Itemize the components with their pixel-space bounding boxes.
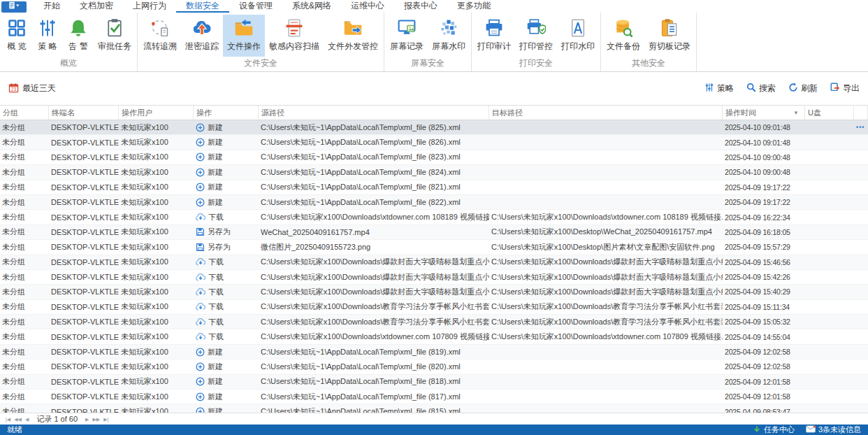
table-row-6[interactable]: 未分组DESKTOP-VLKTLE1未知玩家x100新建C:\Users\未知玩… [0, 195, 868, 210]
pixels-icon [439, 17, 458, 38]
column-header-time[interactable]: 操作时间▼ [723, 106, 805, 120]
operation-label: 下载 [208, 257, 224, 267]
prev-group-button[interactable]: ◀◀ [14, 413, 22, 425]
cell-user: 未知玩家x100 [119, 210, 194, 224]
next-group-button[interactable]: ▶▶ [92, 413, 100, 425]
ribbon-item-approval-tasks[interactable]: 审批任务 [94, 15, 136, 57]
menu-tab-doc-encrypt[interactable]: 文档加密 [70, 0, 123, 13]
cell-user: 未知玩家x100 [119, 270, 194, 284]
ribbon-item-screen-watermark[interactable]: 屏幕水印 [428, 15, 470, 57]
table-row-9[interactable]: 未分组DESKTOP-VLKTLE1未知玩家x100另存为微信图片_202504… [0, 240, 868, 255]
unread-messages-button[interactable]: 3条未读信息 [806, 425, 861, 435]
cell-usb [805, 345, 854, 359]
ribbon-item-file-operations[interactable]: 文件操作 [223, 15, 265, 57]
cell-target-path [489, 120, 723, 134]
table-row-13[interactable]: 未分组DESKTOP-VLKTLE1未知玩家x100下载C:\Users\未知玩… [0, 300, 868, 315]
ribbon-item-sensitive-content-scan[interactable]: 敏感内容扫描 [265, 15, 324, 57]
ribbon-item-screen-record[interactable]: 屏幕记录 [386, 15, 428, 57]
cell-user: 未知玩家x100 [119, 300, 194, 314]
column-header-user[interactable]: 操作用户 [119, 106, 194, 120]
table-row-10[interactable]: 未分组DESKTOP-VLKTLE1未知玩家x100下载C:\Users\未知玩… [0, 255, 868, 270]
app-menu-button[interactable] [1, 1, 27, 13]
cell-target-path: C:\Users\未知玩家x100\Desktop\图片素材\文章配图\安固软件… [489, 240, 723, 254]
table-row-17[interactable]: 未分组DESKTOP-VLKTLE1未知玩家x100新建C:\Users\未知玩… [0, 359, 868, 374]
ribbon-item-print-watermark[interactable]: 打印水印 [557, 15, 599, 57]
table-row-4[interactable]: 未分组DESKTOP-VLKTLE1未知玩家x100新建C:\Users\未知玩… [0, 165, 868, 180]
menu-tab-ops-center[interactable]: 运维中心 [341, 0, 394, 13]
table-row-11[interactable]: 未分组DESKTOP-VLKTLE1未知玩家x100下载C:\Users\未知玩… [0, 270, 868, 285]
ribbon-item-label: 流转追溯 [143, 41, 177, 52]
next-page-button[interactable]: ▶ [85, 413, 89, 425]
menu-tab-more-features[interactable]: 更多功能 [447, 0, 500, 13]
cell-group: 未分组 [0, 375, 49, 389]
menu-tab-data-security[interactable]: 数据安全 [176, 0, 229, 13]
table-row-1[interactable]: 未分组DESKTOP-VLKTLE1未知玩家x100新建C:\Users\未知玩… [0, 120, 868, 135]
column-header-extra[interactable] [854, 106, 868, 120]
cell-terminal: DESKTOP-VLKTLE1 [49, 329, 119, 343]
ribbon-item-alert[interactable]: 告 警 [63, 15, 94, 57]
last-page-button[interactable]: ▶| [103, 413, 108, 425]
ribbon-item-file-backup[interactable]: 文件备份 [602, 15, 644, 57]
cell-source-path: C:\Users\未知玩~1\AppData\Local\Temp\xml_fi… [259, 375, 489, 389]
menu-tab-device-manage[interactable]: 设备管理 [229, 0, 282, 13]
table-row-20[interactable]: 未分组DESKTOP-VLKTLE1未知玩家x100新建C:\Users\未知玩… [0, 404, 868, 413]
search-button[interactable]: 搜索 [746, 83, 776, 94]
column-header-group[interactable]: 分组 [0, 106, 49, 120]
export-icon [830, 83, 840, 94]
grid-icon [7, 17, 27, 38]
cell-terminal: DESKTOP-VLKTLE1 [49, 210, 119, 224]
ribbon-item-print-audit[interactable]: 打印审计 [473, 15, 515, 57]
operation-label: 新建 [208, 122, 223, 133]
ribbon-item-clipboard-record[interactable]: 剪切板记录 [644, 15, 695, 57]
cell-usb [805, 225, 854, 239]
ribbon-item-overview[interactable]: 概 览 [1, 15, 32, 57]
table-row-16[interactable]: 未分组DESKTOP-VLKTLE1未知玩家x100新建C:\Users\未知玩… [0, 345, 868, 359]
column-header-operation[interactable]: 操作 [194, 106, 259, 120]
task-center-button[interactable]: 任务中心 [753, 425, 795, 435]
date-range-filter[interactable]: 23 最近三天 [8, 83, 56, 95]
filter-caret-icon[interactable]: ▼ [793, 110, 802, 116]
ribbon-item-leak-trace[interactable]: 泄密追踪 [181, 15, 223, 57]
menu-tab-start[interactable]: 开始 [34, 0, 70, 13]
cell-source-path: C:\Users\未知玩~1\AppData\Local\Temp\xml_fi… [259, 359, 489, 373]
cell-usb [805, 270, 854, 284]
policy-button[interactable]: 策略 [704, 83, 734, 94]
column-header-target-path[interactable]: 目标路径 [489, 106, 723, 120]
prev-page-button[interactable]: ◀ [25, 413, 29, 425]
first-page-button[interactable]: |◀ [6, 413, 10, 425]
table-row-12[interactable]: 未分组DESKTOP-VLKTLE1未知玩家x100下载C:\Users\未知玩… [0, 285, 868, 299]
row-more-button[interactable]: ••• [856, 124, 865, 131]
menu-tab-system-network[interactable]: 系统&网络 [282, 0, 341, 13]
menu-tab-web-behavior[interactable]: 上网行为 [123, 0, 176, 13]
table-row-18[interactable]: 未分组DESKTOP-VLKTLE1未知玩家x100新建C:\Users\未知玩… [0, 375, 868, 390]
refresh-button[interactable]: 刷新 [788, 83, 818, 94]
table-row-2[interactable]: 未分组DESKTOP-VLKTLE1未知玩家x100新建C:\Users\未知玩… [0, 135, 868, 150]
table-row-14[interactable]: 未分组DESKTOP-VLKTLE1未知玩家x100下载C:\Users\未知玩… [0, 315, 868, 329]
ribbon-item-print-control[interactable]: 打印管控 [515, 15, 557, 57]
export-button[interactable]: 导出 [830, 83, 860, 94]
table-row-7[interactable]: 未分组DESKTOP-VLKTLE1未知玩家x100下载C:\Users\未知玩… [0, 210, 868, 224]
operation-label: 新建 [208, 137, 223, 148]
ribbon-item-file-outgoing-control[interactable]: 文件外发管控 [324, 15, 382, 57]
cell-operation: 新建 [194, 135, 259, 149]
column-header-terminal[interactable]: 终端名 [49, 106, 119, 120]
pagination-bar: |◀ ◀◀ ◀ 记录 1 of 60 ▶ ▶▶ ▶| [0, 413, 868, 425]
table-row-15[interactable]: 未分组DESKTOP-VLKTLE1未知玩家x100下载C:\Users\未知玩… [0, 329, 868, 344]
cell-extra [854, 404, 868, 413]
op-download-icon [196, 287, 205, 297]
cell-target-path [489, 390, 723, 404]
op-new-icon [196, 348, 205, 357]
cell-target-path [489, 195, 723, 209]
table-row-3[interactable]: 未分组DESKTOP-VLKTLE1未知玩家x100新建C:\Users\未知玩… [0, 150, 868, 165]
menu-tab-report-center[interactable]: 报表中心 [394, 0, 447, 13]
sliders-icon [704, 83, 714, 94]
ribbon-item-policy[interactable]: 策 略 [32, 15, 63, 57]
table-row-8[interactable]: 未分组DESKTOP-VLKTLE1未知玩家x100另存为WeChat_2025… [0, 225, 868, 240]
ribbon-item-flow-trace[interactable]: 流转追溯 [139, 15, 181, 57]
column-header-usb[interactable]: U盘 [805, 106, 854, 120]
status-ready-label: 就绪 [7, 425, 22, 435]
table-row-5[interactable]: 未分组DESKTOP-VLKTLE1未知玩家x100新建C:\Users\未知玩… [0, 180, 868, 195]
table-row-19[interactable]: 未分组DESKTOP-VLKTLE1未知玩家x100新建C:\Users\未知玩… [0, 390, 868, 404]
column-header-source-path[interactable]: 源路径 [259, 106, 489, 120]
cell-group: 未分组 [0, 135, 49, 149]
